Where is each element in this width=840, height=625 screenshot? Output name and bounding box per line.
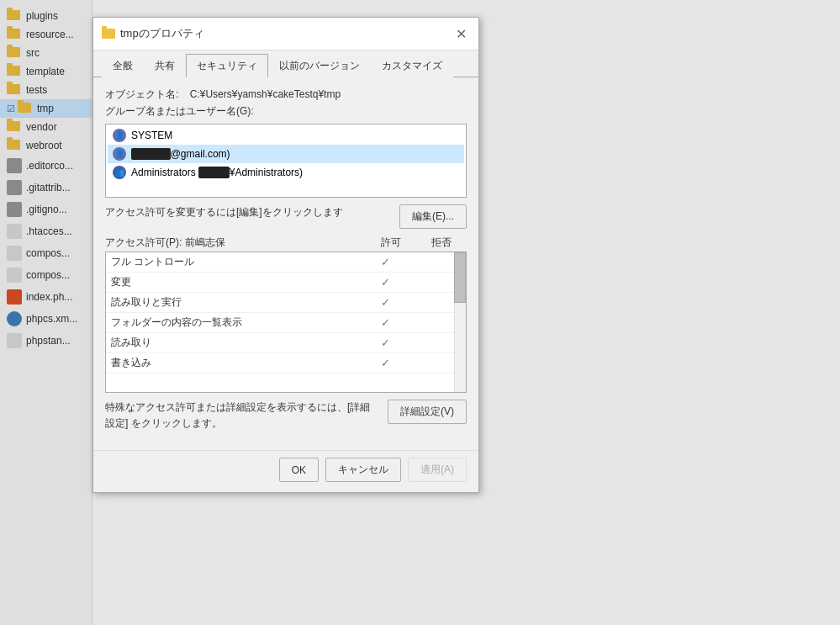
perm-label: フォルダーの内容の一覧表示 <box>111 315 360 330</box>
perm-label: 書き込み <box>111 356 360 370</box>
user-row-admin[interactable]: 👥 Administrators ¥Administrators) <box>108 163 464 182</box>
tab-general[interactable]: 全般 <box>102 54 144 77</box>
tab-security[interactable]: セキュリティ <box>186 54 268 77</box>
cancel-button[interactable]: キャンセル <box>325 458 401 482</box>
dialog-buttons: OK キャンセル 適用(A) <box>93 450 478 492</box>
perm-row-readexec: 読み取りと実行 ✓ <box>106 293 466 313</box>
perm-row-modify: 変更 ✓ <box>106 273 466 293</box>
properties-dialog: tmpのプロパティ ✕ 全般 共有 セキュリティ 以前のバージョン カスタマイズ… <box>92 17 479 493</box>
admin-icon: 👥 <box>113 166 126 179</box>
perm-header-label: アクセス許可(P): 前嶋志保 <box>105 236 366 250</box>
tab-previous[interactable]: 以前のバージョン <box>268 54 371 77</box>
dialog-title: tmpのプロパティ <box>120 26 204 41</box>
user-label: Administrators ¥Administrators) <box>131 167 303 178</box>
user-row-system[interactable]: 👤 SYSTEM <box>108 126 464 145</box>
perm-label: 読み取り <box>111 336 360 350</box>
advanced-description: 特殊なアクセス許可または詳細設定を表示するには、[詳細設定] をクリックします。 <box>105 400 379 432</box>
perm-row-full: フル コントロール ✓ <box>106 252 466 273</box>
perm-allow-check: ✓ <box>360 316 410 329</box>
object-name-label: オブジェクト名: <box>105 88 178 100</box>
perm-header: アクセス許可(P): 前嶋志保 許可 拒否 <box>105 236 467 250</box>
perm-header-deny: 拒否 <box>416 236 467 250</box>
group-label: グループ名またはユーザー名(G): <box>105 105 254 117</box>
edit-section: アクセス許可を変更するには[編集]をクリックします 編集(E)... <box>105 204 467 229</box>
apply-button[interactable]: 適用(A) <box>408 458 467 482</box>
dialog-body: オブジェクト名: C:¥Users¥yamsh¥cakeTestq¥tmp グル… <box>93 77 478 450</box>
dialog-tabs: 全般 共有 セキュリティ 以前のバージョン カスタマイズ <box>93 50 478 77</box>
close-button[interactable]: ✕ <box>452 24 470 43</box>
edit-button[interactable]: 編集(E)... <box>399 204 467 229</box>
dialog-titlebar: tmpのプロパティ ✕ <box>93 18 478 50</box>
user-label: SYSTEM <box>131 130 172 141</box>
object-name-row: オブジェクト名: C:¥Users¥yamsh¥cakeTestq¥tmp <box>105 87 467 102</box>
perm-row-list: フォルダーの内容の一覧表示 ✓ <box>106 313 466 333</box>
title-folder-icon <box>102 29 115 39</box>
edit-description-text: アクセス許可を変更するには[編集]をクリックします <box>105 206 343 218</box>
redacted-name2 <box>198 167 230 178</box>
advanced-button[interactable]: 詳細設定(V) <box>388 400 467 424</box>
tab-customize[interactable]: カスタマイズ <box>371 54 453 77</box>
user-icon: 👤 <box>113 147 126 161</box>
ok-button[interactable]: OK <box>279 458 319 482</box>
perm-label: フル コントロール <box>111 255 360 269</box>
perm-allow-check: ✓ <box>360 276 410 289</box>
advanced-section: 特殊なアクセス許可または詳細設定を表示するには、[詳細設定] をクリックします。… <box>105 400 467 432</box>
dialog-title-left: tmpのプロパティ <box>102 26 204 41</box>
permissions-box: フル コントロール ✓ 変更 ✓ 読み取りと実行 ✓ フォルダーの内容の一覧表示… <box>105 252 467 393</box>
perm-row-read: 読み取り ✓ <box>106 333 466 353</box>
perm-label: 変更 <box>111 275 360 289</box>
perm-header-allow: 許可 <box>366 236 416 250</box>
perm-row-write: 書き込み ✓ <box>106 353 466 373</box>
users-box: 👤 SYSTEM 👤 @gmail.com) 👥 Administrators … <box>105 124 467 198</box>
user-row-gmail[interactable]: 👤 @gmail.com) <box>108 145 464 163</box>
user-label: @gmail.com) <box>131 148 230 160</box>
perm-allow-check: ✓ <box>360 296 410 309</box>
redacted-name <box>131 148 171 160</box>
user-icon: 👤 <box>113 129 126 142</box>
perm-label: 読み取りと実行 <box>111 295 360 310</box>
scrollbar-track <box>454 252 466 392</box>
perm-allow-check: ✓ <box>360 357 410 369</box>
group-label-row: グループ名またはユーザー名(G): <box>105 104 467 119</box>
edit-description: アクセス許可を変更するには[編集]をクリックします <box>105 204 391 220</box>
perm-allow-check: ✓ <box>360 256 410 268</box>
object-name-value: C:¥Users¥yamsh¥cakeTestq¥tmp <box>190 88 341 100</box>
scrollbar-thumb[interactable] <box>454 252 466 303</box>
perm-allow-check: ✓ <box>360 336 410 349</box>
tab-sharing[interactable]: 共有 <box>144 54 186 77</box>
